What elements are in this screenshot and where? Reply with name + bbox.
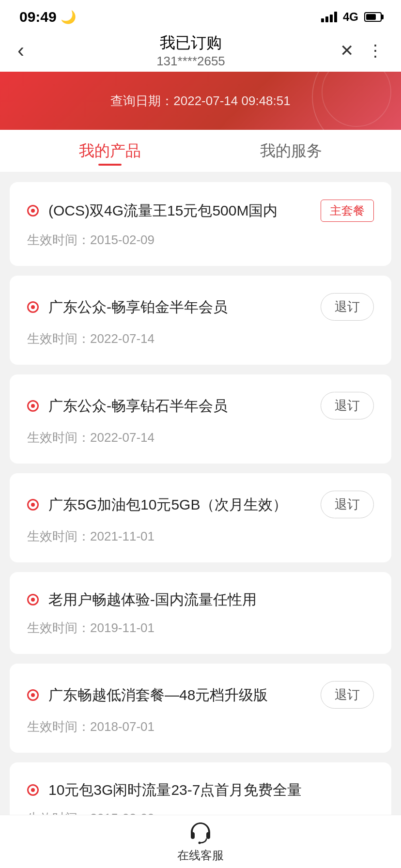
status-time: 09:49 🌙	[19, 9, 76, 25]
unsubscribe-button-1[interactable]: 退订	[321, 293, 374, 321]
product-card-1: 广东公众-畅享铂金半年会员 退订 生效时间：2022-07-14	[10, 276, 391, 365]
time-display: 09:49	[19, 9, 57, 25]
back-button[interactable]: ‹	[17, 39, 46, 62]
product-name-2: 广东公众-畅享钻石半年会员	[48, 396, 321, 416]
signal-icon	[321, 12, 337, 22]
status-dot-5	[27, 689, 39, 701]
nav-title: 我已订购 131****2655	[46, 32, 335, 69]
online-service-button[interactable]: 在线客服	[177, 821, 224, 863]
product-row-6: 10元包3G闲时流量23-7点首月免费全量	[27, 780, 374, 800]
online-service-label: 在线客服	[177, 848, 224, 863]
svg-point-2	[199, 841, 201, 844]
product-row-4: 老用户畅越体验-国内流量任性用	[27, 589, 374, 610]
product-card-5: 广东畅越低消套餐—48元档升级版 退订 生效时间：2018-07-01	[10, 664, 391, 753]
status-dot-3	[27, 499, 39, 511]
nav-actions: ✕ ⋮	[335, 41, 384, 60]
status-bar: 09:49 🌙 4G	[0, 0, 401, 29]
status-dot-6	[27, 784, 39, 796]
product-card-3: 广东5G加油包10元5GB（次月生效） 退订 生效时间：2021-11-01	[10, 473, 391, 562]
unsubscribe-button-3[interactable]: 退订	[321, 491, 374, 518]
product-list: (OCS)双4G流量王15元包500M国内 主套餐 生效时间：2015-02-0…	[0, 172, 401, 868]
product-row-0: (OCS)双4G流量王15元包500M国内 主套餐	[27, 200, 374, 222]
product-name-1: 广东公众-畅享铂金半年会员	[48, 297, 321, 317]
network-label: 4G	[343, 10, 358, 24]
query-date-text: 查询日期：2022-07-14 09:48:51	[110, 93, 290, 109]
tab-my-products[interactable]: 我的产品	[19, 137, 200, 166]
svg-rect-0	[191, 832, 195, 839]
status-dot-2	[27, 400, 39, 412]
phone-number: 131****2655	[46, 54, 335, 69]
unsubscribe-button-5[interactable]: 退订	[321, 681, 374, 709]
query-date-banner: 查询日期：2022-07-14 09:48:51	[0, 72, 401, 130]
product-row-3: 广东5G加油包10元5GB（次月生效） 退订	[27, 491, 374, 518]
effective-time-0: 生效时间：2015-02-09	[27, 232, 374, 248]
tabs: 我的产品 我的服务	[0, 130, 401, 172]
effective-time-5: 生效时间：2018-07-01	[27, 718, 374, 735]
status-dot-0	[27, 205, 39, 217]
bottom-nav: 在线客服	[0, 815, 401, 868]
product-card-2: 广东公众-畅享钻石半年会员 退订 生效时间：2022-07-14	[10, 374, 391, 464]
product-name-3: 广东5G加油包10元5GB（次月生效）	[48, 495, 321, 515]
product-row-2: 广东公众-畅享钻石半年会员 退订	[27, 392, 374, 419]
status-dot-4	[27, 594, 39, 605]
product-row-1: 广东公众-畅享铂金半年会员 退订	[27, 293, 374, 321]
nav-bar: ‹ 我已订购 131****2655 ✕ ⋮	[0, 29, 401, 72]
battery-icon	[364, 12, 382, 22]
effective-time-2: 生效时间：2022-07-14	[27, 429, 374, 446]
headset-icon	[187, 821, 214, 845]
effective-time-1: 生效时间：2022-07-14	[27, 330, 374, 347]
main-package-tag: 主套餐	[321, 200, 374, 222]
unsubscribe-button-2[interactable]: 退订	[321, 392, 374, 419]
svg-rect-1	[206, 832, 210, 839]
product-name-4: 老用户畅越体验-国内流量任性用	[48, 589, 374, 610]
status-dot-1	[27, 301, 39, 313]
tab-my-services[interactable]: 我的服务	[200, 137, 382, 166]
product-card-0: (OCS)双4G流量王15元包500M国内 主套餐 生效时间：2015-02-0…	[10, 182, 391, 266]
more-button[interactable]: ⋮	[367, 41, 384, 60]
product-name-5: 广东畅越低消套餐—48元档升级版	[48, 685, 321, 705]
status-right: 4G	[321, 10, 382, 24]
moon-icon: 🌙	[61, 10, 76, 25]
product-name-6: 10元包3G闲时流量23-7点首月免费全量	[48, 780, 374, 800]
product-row-5: 广东畅越低消套餐—48元档升级版 退订	[27, 681, 374, 709]
page-title: 我已订购	[46, 32, 335, 54]
effective-time-3: 生效时间：2021-11-01	[27, 528, 374, 545]
effective-time-4: 生效时间：2019-11-01	[27, 620, 374, 636]
close-button[interactable]: ✕	[340, 41, 354, 60]
product-card-4: 老用户畅越体验-国内流量任性用 生效时间：2019-11-01	[10, 572, 391, 654]
product-name-0: (OCS)双4G流量王15元包500M国内	[48, 201, 321, 221]
